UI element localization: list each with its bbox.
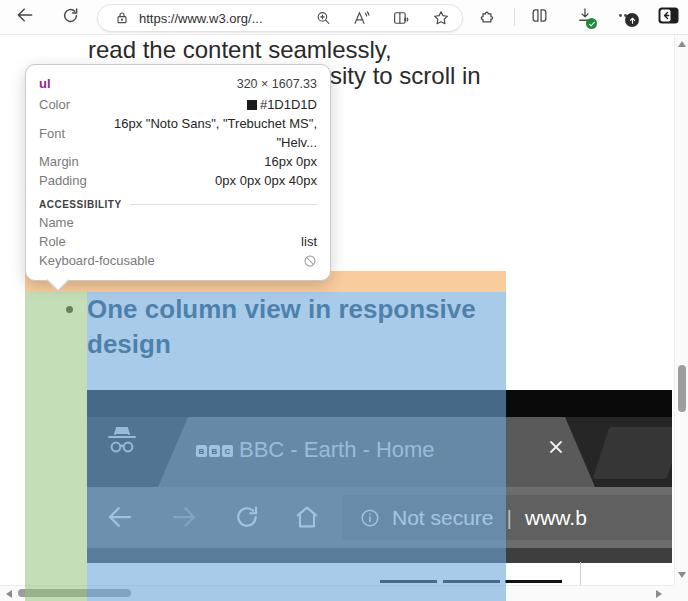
content-rule-segment [505,580,562,583]
color-label: Color [39,95,70,114]
mobile-forward-icon [167,500,201,534]
margin-value: 16px 0px [264,152,317,171]
address-bar[interactable]: https://www.w3.org/... [97,4,463,32]
split-screen-icon [530,6,549,29]
content-rule-segment [443,580,500,583]
list-item-heading: One column view in responsive design [87,292,477,362]
split-screen-button[interactable] [527,5,551,29]
sidebar-toggle-button[interactable] [656,5,680,29]
scroll-down-icon[interactable] [678,572,686,578]
scroll-up-icon[interactable] [678,41,686,47]
accessibility-header: ACCESSIBILITY [39,199,122,210]
back-button[interactable] [13,5,37,29]
element-tag: ul [39,73,51,95]
toolbar-divider [514,8,515,26]
a11y-keyboard-label: Keyboard-focusable [39,251,155,270]
favicon-letter: B [209,445,220,457]
downloads-button[interactable] [573,5,597,29]
horizontal-scrollbar[interactable] [0,585,674,601]
padding-value: 0px 0px 0px 40px [215,171,317,190]
accessibility-divider [130,204,317,205]
read-aloud-icon[interactable] [352,9,370,27]
screenshot-mobile-toolbar: Not secure | www.b [87,487,672,548]
a11y-role-label: Role [39,232,66,251]
font-value: 16px "Noto Sans", "Trebuchet MS", "Helv.… [74,114,317,152]
highlight-padding-overlay [25,292,87,601]
color-value: #1D1D1D [247,95,317,114]
page-paragraph-line2: sity to scroll in [330,62,481,90]
browser-window: https://www.w3.org/... [0,0,688,601]
scroll-left-icon[interactable] [6,590,12,598]
lock-icon[interactable] [114,10,130,26]
download-complete-badge [586,18,597,29]
screenshot-active-tab: B B C BBC - Earth - Home [158,417,595,487]
page-paragraph-line1: read the content seamlessly, [88,36,392,64]
padding-label: Padding [39,171,87,190]
update-badge [625,13,639,27]
vertical-scrollbar-thumb[interactable] [678,365,686,412]
not-secure-label: Not secure [392,506,494,530]
refresh-button[interactable] [58,5,82,29]
close-tab-icon [546,437,566,461]
scroll-right-icon[interactable] [656,590,662,598]
screenshot-tab-title: BBC - Earth - Home [239,437,435,463]
immersive-reader-icon[interactable] [392,9,410,27]
article-screenshot-image: B B C BBC - Earth - Home [87,390,672,563]
not-focusable-icon [303,254,317,268]
bbc-favicon: B B C [196,445,233,457]
extensions-puzzle-icon [479,6,498,29]
color-swatch [247,100,257,110]
incognito-icon [105,424,139,464]
screenshot-tab-strip: B B C BBC - Earth - Home [87,417,672,487]
favicon-letter: C [222,445,233,457]
devtools-inspect-tooltip: ul 320 × 1607.33 Color #1D1D1D Font 16px… [25,64,331,281]
screenshot-background-tab [593,427,672,479]
mobile-back-icon [103,500,137,534]
refresh-icon [61,6,80,29]
margin-label: Margin [39,152,79,171]
vertical-scrollbar[interactable] [674,35,688,585]
content-rule-segment [380,580,437,583]
settings-more-button[interactable] [613,5,637,29]
horizontal-scrollbar-thumb[interactable] [18,589,131,597]
url-text[interactable]: https://www.w3.org/... [139,11,263,26]
screenshot-address-field: Not secure | www.b [342,495,672,540]
address-divider: | [507,506,512,530]
favorites-star-icon[interactable] [432,9,450,27]
favicon-letter: B [196,445,207,457]
a11y-role-value: list [301,232,317,251]
element-dimensions: 320 × 1607.33 [237,73,317,95]
screenshot-bottom-strip [87,548,672,563]
extensions-button[interactable] [476,5,500,29]
back-icon [15,5,35,29]
address-url: www.b [525,506,587,530]
info-icon [359,507,381,529]
sidebar-toggle-icon [658,7,679,28]
tooltip-pointer [47,269,70,292]
a11y-name-label: Name [39,213,74,232]
font-label: Font [39,124,65,143]
scrollbar-corner [674,585,688,601]
content-edge-line [580,562,581,585]
mobile-refresh-icon [230,500,264,534]
zoom-in-icon[interactable] [315,10,332,27]
mobile-home-icon [290,500,324,534]
browser-toolbar: https://www.w3.org/... [0,0,688,35]
list-bullet [66,306,73,313]
